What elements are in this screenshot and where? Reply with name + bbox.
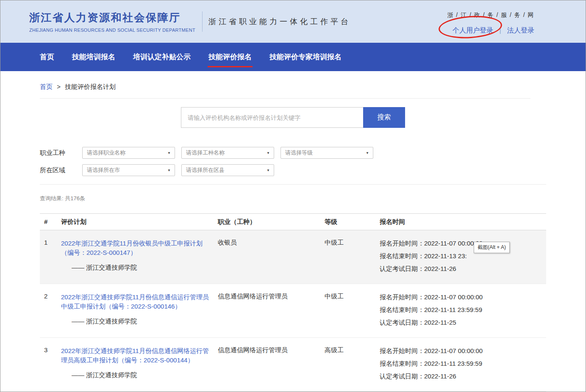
main-nav: 首页 技能培训报名 培训认定补贴公示 技能评价报名 技能评价专家培训报名 <box>0 43 586 71</box>
region-filter-row: 所在区域 请选择所在市 ▼ 请选择所在区县 ▼ <box>40 164 546 176</box>
chevron-down-icon: ▼ <box>164 151 175 155</box>
header-right: 浙 / 江 / 政 / 务 / 服 / 务 / 网 个人用户登录 | 法人登录 <box>447 11 534 35</box>
occupation-name-select-value: 请选择职业名称 <box>87 149 125 157</box>
city-select[interactable]: 请选择所在市 ▼ <box>82 164 175 176</box>
header-time: 报名时间 <box>380 218 546 226</box>
screenshot-tooltip: 截图(Alt + A) <box>474 242 510 253</box>
table-header: # 评价计划 职业（工种） 等级 报名时间 <box>40 214 546 230</box>
occupation-cell: 收银员 <box>218 239 325 277</box>
plan-link[interactable]: 2022年浙江交通技师学院11月份信息通信网络运行管理员高级工申报计划（编号：2… <box>61 346 211 365</box>
plan-cell: 2022年浙江交通学院11月份收银员中级工申报计划（编号：2022-S-0001… <box>61 239 218 277</box>
occupation-filter-row: 职业工种 请选择职业名称 ▼ 请选择工种名称 ▼ 请选择等级 ▼ <box>40 147 546 159</box>
level-select-value: 请选择等级 <box>285 149 313 157</box>
time-start: 报名开始时间：2022-11-07 00:00:00 <box>380 293 546 301</box>
row-index: 3 <box>40 346 61 384</box>
result-count: 查询结果: 共176条 <box>40 195 546 202</box>
plan-cell: 2022年浙江交通技师学院11月份信息通信网络运行管理员高级工申报计划（编号：2… <box>61 346 218 384</box>
header-plan: 评价计划 <box>61 218 218 226</box>
time-cell: 报名开始时间：2022-11-07 00:00:00 报名结束时间：2022-1… <box>380 239 546 277</box>
login-links: 个人用户登录 | 法人登录 <box>447 26 534 35</box>
time-start: 报名开始时间：2022-11-07 00:00:00 <box>380 346 546 355</box>
search-input[interactable] <box>181 107 363 128</box>
time-exam: 认定考试日期：2022-11-26 <box>380 264 546 273</box>
time-end: 报名结束时间：2022-11-13 23: <box>380 251 546 260</box>
search-bar: 搜索 <box>0 107 586 128</box>
occupation-filter-label: 职业工种 <box>40 149 82 157</box>
filters: 职业工种 请选择职业名称 ▼ 请选择工种名称 ▼ 请选择等级 ▼ 所在区域 请选… <box>40 147 546 176</box>
occupation-cell: 信息通信网络运行管理员 <box>218 293 325 331</box>
district-select[interactable]: 请选择所在区县 ▼ <box>181 164 274 176</box>
chevron-down-icon: ▼ <box>263 151 274 155</box>
header-index: # <box>40 218 61 226</box>
occupation-name-select[interactable]: 请选择职业名称 ▼ <box>82 147 175 159</box>
plan-org: —— 浙江交通技师学院 <box>61 317 211 326</box>
worktype-name-select-value: 请选择工种名称 <box>186 149 225 157</box>
district-select-value: 请选择所在区县 <box>186 166 225 174</box>
site-header: 浙江省人力资源和社会保障厅 ZHEJIANG HUMAN RESOURCES A… <box>0 0 586 43</box>
logo-subtitle: ZHEJIANG HUMAN RESOURCES AND SOCIAL SECU… <box>29 28 195 33</box>
nav-item-subsidy-publicity[interactable]: 培训认定补贴公示 <box>133 43 191 71</box>
time-exam: 认定考试日期：2022-11-25 <box>380 318 546 327</box>
nav-item-skill-evaluation-signup[interactable]: 技能评价报名 <box>208 43 252 71</box>
header-occupation: 职业（工种） <box>218 218 325 226</box>
breadcrumb: 首页 > 技能评价报名计划 <box>40 83 530 99</box>
breadcrumb-separator: > <box>57 83 61 90</box>
header-level: 等级 <box>325 218 380 226</box>
plan-link[interactable]: 2022年浙江交通技师学院11月份信息通信运行管理员中级工申报计划（编号：202… <box>61 293 211 311</box>
time-end: 报名结束时间：2022-11-11 23:59:59 <box>380 305 546 314</box>
logo-title: 浙江省人力资源和社会保障厅 <box>29 11 195 25</box>
time-end: 报名结束时间：2022-11-11 23:59:59 <box>380 359 546 368</box>
personal-login-link[interactable]: 个人用户登录 <box>453 27 493 34</box>
plan-cell: 2022年浙江交通技师学院11月份信息通信运行管理员中级工申报计划（编号：202… <box>61 293 218 331</box>
search-button[interactable]: 搜索 <box>363 107 405 128</box>
level-cell: 高级工 <box>325 346 380 384</box>
platform-title: 浙江省职业能力一体化工作平台 <box>208 17 351 27</box>
breadcrumb-home-link[interactable]: 首页 <box>40 83 53 90</box>
table-row: 1 2022年浙江交通学院11月份收银员中级工申报计划（编号：2022-S-00… <box>40 230 546 284</box>
gov-service-net-label: 浙 / 江 / 政 / 务 / 服 / 务 / 网 <box>447 11 534 19</box>
chevron-down-icon: ▼ <box>362 151 373 155</box>
nav-item-home[interactable]: 首页 <box>40 43 54 71</box>
chevron-down-icon: ▼ <box>263 168 274 172</box>
time-start: 报名开始时间：2022-11-07 00:00:00 <box>380 239 546 248</box>
time-exam: 认定考试日期：2022-11-26 <box>380 372 546 381</box>
time-cell: 报名开始时间：2022-11-07 00:00:00 报名结束时间：2022-1… <box>380 346 546 384</box>
section-divider <box>40 184 546 185</box>
time-cell: 报名开始时间：2022-11-07 00:00:00 报名结束时间：2022-1… <box>380 293 546 331</box>
level-select[interactable]: 请选择等级 ▼ <box>281 147 373 159</box>
login-separator: | <box>499 27 501 34</box>
plan-link[interactable]: 2022年浙江交通学院11月份收银员中级工申报计划（编号：2022-S-0001… <box>61 239 211 257</box>
occupation-cell: 信息通信网络运行管理员 <box>218 346 325 384</box>
legal-login-link[interactable]: 法人登录 <box>507 27 534 34</box>
table-row: 2 2022年浙江交通技师学院11月份信息通信运行管理员中级工申报计划（编号：2… <box>40 284 546 338</box>
plans-table: # 评价计划 职业（工种） 等级 报名时间 1 2022年浙江交通学院11月份收… <box>40 213 546 392</box>
nav-item-training-signup[interactable]: 技能培训报名 <box>72 43 115 71</box>
table-row: 3 2022年浙江交通技师学院11月份信息通信网络运行管理员高级工申报计划（编号… <box>40 338 546 392</box>
nav-item-expert-training-signup[interactable]: 技能评价专家培训报名 <box>269 43 342 71</box>
row-index: 2 <box>40 293 61 331</box>
city-select-value: 请选择所在市 <box>87 166 120 174</box>
breadcrumb-current: 技能评价报名计划 <box>65 83 116 90</box>
worktype-name-select[interactable]: 请选择工种名称 ▼ <box>181 147 274 159</box>
level-cell: 中级工 <box>325 239 380 277</box>
level-cell: 中级工 <box>325 293 380 331</box>
region-filter-label: 所在区域 <box>40 166 82 174</box>
row-index: 1 <box>40 239 61 277</box>
logo: 浙江省人力资源和社会保障厅 ZHEJIANG HUMAN RESOURCES A… <box>29 11 195 33</box>
chevron-down-icon: ▼ <box>164 168 175 172</box>
header-divider <box>202 11 203 32</box>
plan-org: —— 浙江交通技师学院 <box>61 370 211 379</box>
plan-org: —— 浙江交通技师学院 <box>61 263 211 272</box>
